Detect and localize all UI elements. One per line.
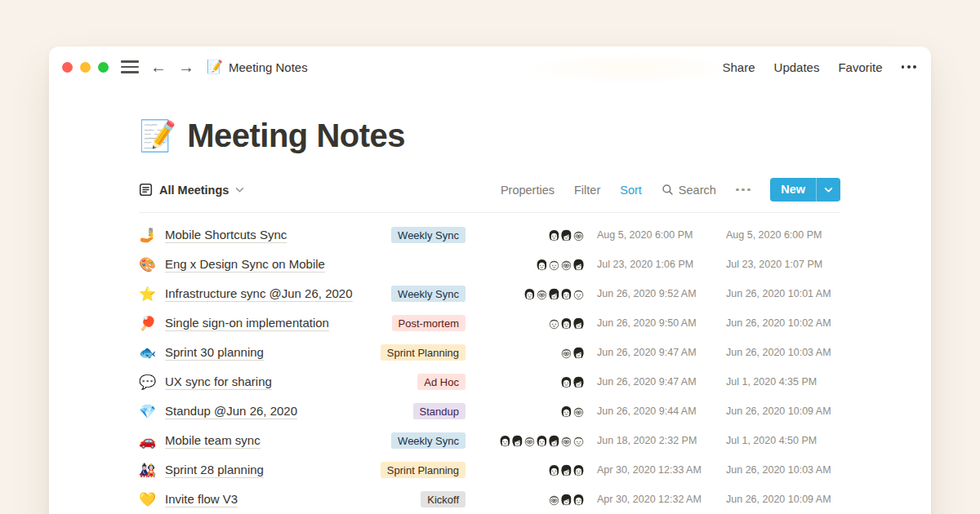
last-edited-time: Aug 5, 2020 6:00 PM — [726, 229, 840, 241]
page-emoji-icon: 📝 — [207, 60, 223, 73]
avatar — [571, 257, 586, 273]
tag-badge: Standup — [413, 403, 466, 419]
sidebar-menu-icon[interactable] — [121, 60, 139, 73]
filter-button[interactable]: Filter — [574, 184, 600, 197]
last-edited-time: Jun 26, 2020 10:09 AM — [726, 494, 840, 505]
breadcrumb[interactable]: 📝 Meeting Notes — [207, 60, 308, 74]
avatar — [571, 345, 586, 361]
chevron-down-icon — [824, 185, 833, 194]
table-row[interactable]: 🎨Eng x Design Sync on MobileJul 23, 2020… — [139, 250, 840, 279]
database-toolbar: All Meetings Properties Filter Sort Sear… — [139, 178, 840, 213]
tag-badge: Weekly Sync — [391, 432, 466, 449]
table-row[interactable]: 🎎Sprint 28 planningSprint PlanningApr 30… — [139, 455, 840, 485]
table-row[interactable]: 💬UX sync for sharingAd HocJun 26, 2020 9… — [139, 367, 840, 397]
table-row[interactable]: 🚗Mobile team syncWeekly SyncJun 18, 2020… — [139, 426, 840, 455]
share-button[interactable]: Share — [723, 60, 755, 74]
table-row[interactable]: 🐟Sprint 30 planningSprint PlanningJun 26… — [139, 338, 840, 367]
memo-emoji-icon: 📝 — [139, 121, 176, 151]
attendee-avatars — [477, 463, 586, 478]
tag-badge: Kickoff — [421, 491, 466, 507]
tag-badge: Ad Hoc — [417, 374, 466, 390]
row-emoji-icon: 🚗 — [139, 434, 159, 448]
meeting-title-link[interactable]: Infrastructure sync @Jun 26, 2020 — [165, 286, 353, 302]
row-emoji-icon: 🏓 — [139, 317, 159, 330]
breadcrumb-page-title: Meeting Notes — [229, 60, 308, 74]
meeting-title-link[interactable]: Mobile Shortcuts Sync — [165, 228, 287, 243]
new-button-caret[interactable] — [817, 178, 840, 202]
zoom-window-button[interactable] — [98, 62, 109, 73]
row-emoji-icon: 💬 — [139, 375, 159, 389]
tag-badge: Post-mortem — [392, 315, 466, 331]
favorite-button[interactable]: Favorite — [838, 60, 882, 74]
last-edited-time: Jul 23, 2020 1:07 PM — [726, 259, 840, 270]
last-edited-time: Jul 1, 2020 4:50 PM — [726, 435, 840, 446]
meeting-title-link[interactable]: Sprint 30 planning — [165, 345, 264, 361]
avatar — [571, 463, 586, 478]
view-selector[interactable]: All Meetings — [139, 183, 244, 197]
page-header: 📝 Meeting Notes — [139, 117, 840, 154]
last-edited-time: Jun 26, 2020 10:01 AM — [726, 288, 840, 299]
view-more-options-icon[interactable] — [736, 188, 751, 192]
attendee-avatars — [477, 345, 586, 361]
created-time: Jun 26, 2020 9:50 AM — [597, 317, 726, 329]
chevron-down-icon — [235, 185, 244, 194]
search-label: Search — [679, 184, 716, 197]
created-time: Aug 5, 2020 6:00 PM — [597, 229, 726, 241]
created-time: Jun 26, 2020 9:47 AM — [597, 347, 726, 358]
new-button-label[interactable]: New — [770, 178, 816, 202]
glare-overlay — [527, 53, 731, 84]
meeting-title-link[interactable]: Invite flow V3 — [165, 492, 238, 507]
table-row[interactable]: 💛Invite flow V3KickoffApr 30, 2020 12:32… — [139, 485, 840, 514]
tag-badge: Sprint Planning — [381, 462, 466, 478]
sort-button[interactable]: Sort — [620, 184, 642, 197]
properties-button[interactable]: Properties — [501, 184, 555, 197]
row-emoji-icon: 🤳 — [139, 228, 159, 242]
avatar — [571, 286, 586, 302]
last-edited-time: Jun 26, 2020 10:09 AM — [726, 405, 840, 417]
meeting-title-link[interactable]: Sprint 28 planning — [165, 463, 264, 478]
meeting-title-link[interactable]: Single sign-on implementation — [165, 316, 329, 331]
attendee-avatars — [477, 492, 586, 507]
attendee-avatars — [477, 316, 586, 331]
last-edited-time: Jun 26, 2020 10:02 AM — [726, 317, 840, 329]
attendee-avatars — [477, 286, 586, 302]
search-icon — [662, 184, 674, 196]
forward-arrow-icon[interactable]: → — [178, 59, 194, 75]
meeting-title-link[interactable]: Standup @Jun 26, 2020 — [165, 404, 297, 419]
last-edited-time: Jul 1, 2020 4:35 PM — [726, 376, 840, 388]
back-arrow-icon[interactable]: ← — [150, 59, 167, 75]
tag-badge: Weekly Sync — [391, 286, 466, 302]
table-row[interactable]: 🤳Mobile Shortcuts SyncWeekly SyncAug 5, … — [139, 220, 840, 250]
table-row[interactable]: 🏓Single sign-on implementationPost-morte… — [139, 308, 840, 338]
row-emoji-icon: 🎨 — [139, 258, 159, 272]
created-time: Jun 26, 2020 9:52 AM — [597, 288, 726, 299]
attendee-avatars — [477, 433, 586, 449]
close-window-button[interactable] — [62, 62, 73, 73]
last-edited-time: Jun 26, 2020 10:03 AM — [726, 347, 840, 358]
more-options-icon[interactable] — [902, 65, 916, 69]
row-emoji-icon: 🎎 — [139, 463, 159, 477]
search-button[interactable]: Search — [662, 184, 716, 197]
meeting-title-link[interactable]: Mobile team sync — [165, 433, 261, 449]
tag-badge: Sprint Planning — [381, 344, 466, 361]
new-button[interactable]: New — [770, 178, 840, 202]
created-time: Apr 30, 2020 12:33 AM — [597, 464, 726, 476]
table-row[interactable]: 💎Standup @Jun 26, 2020StandupJun 26, 202… — [139, 397, 840, 426]
minimize-window-button[interactable] — [80, 62, 91, 73]
updates-button[interactable]: Updates — [774, 60, 820, 74]
page-title[interactable]: Meeting Notes — [187, 117, 405, 154]
view-selector-label: All Meetings — [159, 184, 229, 197]
created-time: Jun 18, 2020 2:32 PM — [597, 435, 726, 446]
traffic-lights — [62, 62, 109, 73]
attendee-avatars — [477, 228, 586, 243]
avatar — [571, 492, 586, 507]
created-time: Apr 30, 2020 12:32 AM — [597, 494, 726, 505]
avatar — [571, 228, 586, 243]
created-time: Jul 23, 2020 1:06 PM — [597, 259, 726, 270]
avatar — [571, 433, 586, 449]
meeting-title-link[interactable]: UX sync for sharing — [165, 374, 272, 390]
meeting-list: 🤳Mobile Shortcuts SyncWeekly SyncAug 5, … — [139, 220, 840, 514]
avatar — [571, 404, 586, 419]
meeting-title-link[interactable]: Eng x Design Sync on Mobile — [165, 257, 325, 273]
table-row[interactable]: ⭐Infrastructure sync @Jun 26, 2020Weekly… — [139, 279, 840, 308]
